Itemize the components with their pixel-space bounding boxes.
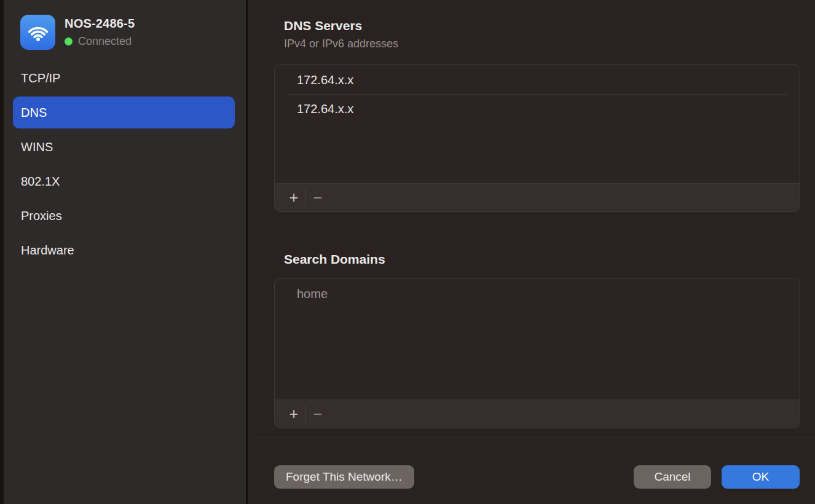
ok-button[interactable]: OK xyxy=(722,465,800,489)
search-domain-entry[interactable]: home xyxy=(275,280,800,308)
search-domains-list-footer: + − xyxy=(275,400,800,428)
cancel-button[interactable]: Cancel xyxy=(634,465,711,489)
sidebar-item-proxies[interactable]: Proxies xyxy=(13,200,235,232)
dns-servers-rows: 172.64.x.x 172.64.x.x xyxy=(275,65,800,183)
search-domains-title: Search Domains xyxy=(284,252,385,267)
connection-meta: NOS-2486-5 Connected xyxy=(65,15,135,48)
bottom-action-bar: Forget This Network… Cancel OK xyxy=(274,465,800,489)
search-domains-list: home + − xyxy=(274,278,800,428)
sidebar-item-wins[interactable]: WINS xyxy=(13,131,235,163)
dns-pane: DNS Servers IPv4 or IPv6 addresses 172.6… xyxy=(251,0,815,504)
dns-server-entry[interactable]: 172.64.x.x xyxy=(275,66,800,94)
sidebar-item-dns[interactable]: DNS xyxy=(13,96,235,128)
sidebar-item-tcpip[interactable]: TCP/IP xyxy=(13,62,235,94)
remove-dns-server-button[interactable]: − xyxy=(306,190,329,205)
add-dns-server-button[interactable]: + xyxy=(282,190,305,205)
dns-servers-list: 172.64.x.x 172.64.x.x + − xyxy=(274,64,800,212)
sidebar-item-8021x[interactable]: 802.1X xyxy=(13,165,235,197)
dns-servers-list-footer: + − xyxy=(275,183,800,211)
sidebar-nav: TCP/IP DNS WINS 802.1X Proxies Hardware xyxy=(4,62,246,269)
forget-network-button[interactable]: Forget This Network… xyxy=(274,465,414,489)
status-dot-icon xyxy=(65,37,73,45)
connection-header: NOS-2486-5 Connected xyxy=(20,15,135,50)
bottom-divider xyxy=(251,438,815,438)
add-search-domain-button[interactable]: + xyxy=(282,406,305,422)
network-settings-window: NOS-2486-5 Connected TCP/IP DNS WINS 802… xyxy=(0,0,815,504)
dns-servers-subtitle: IPv4 or IPv6 addresses xyxy=(284,37,398,50)
connection-status: Connected xyxy=(65,35,135,48)
dns-server-entry[interactable]: 172.64.x.x xyxy=(275,95,800,123)
sidebar-item-hardware[interactable]: Hardware xyxy=(13,234,235,266)
connection-name: NOS-2486-5 xyxy=(65,17,135,31)
search-domains-rows: home xyxy=(275,278,800,400)
wifi-icon xyxy=(20,15,55,50)
connection-status-label: Connected xyxy=(78,35,132,48)
remove-search-domain-button[interactable]: − xyxy=(306,406,329,422)
sidebar: NOS-2486-5 Connected TCP/IP DNS WINS 802… xyxy=(0,0,248,504)
dns-servers-title: DNS Servers xyxy=(284,18,362,33)
